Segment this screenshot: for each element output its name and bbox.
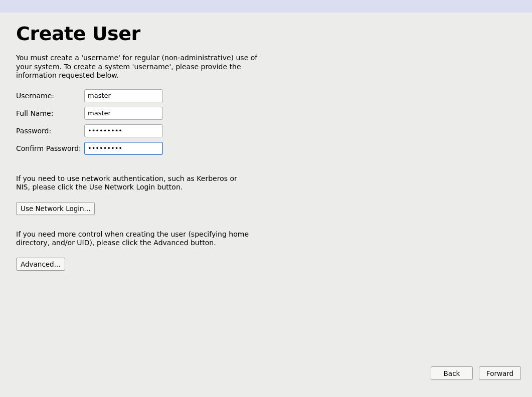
use-network-login-button[interactable]: Use Network Login... <box>16 202 95 215</box>
network-login-text: If you need to use network authenticatio… <box>16 174 252 192</box>
footer-buttons: Back Forward <box>431 366 521 380</box>
username-input[interactable] <box>84 89 163 102</box>
confirm-password-input[interactable] <box>84 142 163 155</box>
label-username: Username: <box>16 92 84 100</box>
forward-button[interactable]: Forward <box>479 366 521 380</box>
label-fullname: Full Name: <box>16 109 84 117</box>
password-input[interactable] <box>84 124 163 137</box>
back-button[interactable]: Back <box>431 366 473 380</box>
label-password: Password: <box>16 127 84 135</box>
row-username: Username: <box>16 89 271 102</box>
fullname-input[interactable] <box>84 107 163 120</box>
advanced-button[interactable]: Advanced... <box>16 258 65 271</box>
row-confirm-password: Confirm Password: <box>16 142 271 155</box>
page-title: Create User <box>16 23 271 45</box>
advanced-text: If you need more control when creating t… <box>16 230 252 248</box>
intro-text: You must create a 'username' for regular… <box>16 54 267 80</box>
main-content: Create User You must create a 'username'… <box>0 13 271 271</box>
row-password: Password: <box>16 124 271 137</box>
row-fullname: Full Name: <box>16 107 271 120</box>
label-confirm-password: Confirm Password: <box>16 144 84 152</box>
top-header-bar <box>0 0 532 13</box>
